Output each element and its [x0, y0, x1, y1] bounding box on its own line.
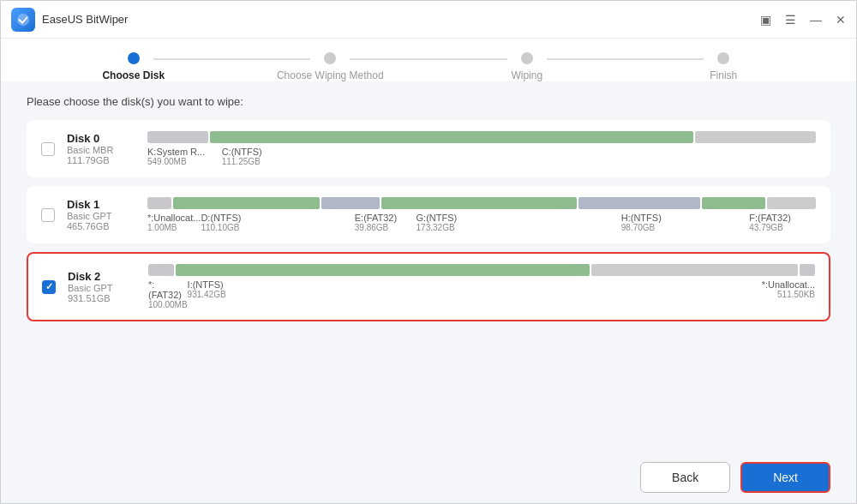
- disk-0-seg-2: [695, 131, 816, 143]
- disk-1-part-1-label: D:(NTFS): [201, 213, 354, 223]
- disk-0-seg-0: [147, 131, 208, 143]
- disk-1-part-0: *:Unallocat... 1.00MB: [147, 213, 201, 232]
- disk-1-size: 465.76GB: [67, 221, 135, 231]
- disk-1-labels: *:Unallocat... 1.00MB D:(NTFS) 110.10GB …: [147, 213, 816, 232]
- disk-0-bar: [147, 131, 816, 143]
- disk-2-type: Basic GPT: [68, 283, 136, 293]
- disk-1-seg-1: [173, 197, 320, 209]
- disk-item-0[interactable]: Disk 0 Basic MBR 111.79GB K:System R...: [27, 120, 830, 177]
- disk-2-bar: [148, 264, 815, 276]
- disk-0-labels: K:System R... 549.00MB C:(NTFS) 111.25GB: [147, 147, 816, 166]
- disk-1-part-5-label: F:(FAT32): [749, 213, 816, 223]
- disk-0-checkbox[interactable]: [41, 142, 55, 156]
- comment-icon[interactable]: ▣: [760, 14, 771, 26]
- window-controls: ▣ ☰ — ✕: [760, 14, 846, 26]
- disk-1-bar-area: *:Unallocat... 1.00MB D:(NTFS) 110.10GB …: [147, 197, 816, 232]
- titlebar: EaseUS BitWiper ▣ ☰ — ✕: [1, 1, 856, 39]
- disk-2-seg-0: [148, 264, 174, 276]
- disk-list: Disk 0 Basic MBR 111.79GB K:System R...: [27, 120, 830, 438]
- footer: Back Next: [1, 452, 856, 503]
- disk-1-part-3-size: 173.32GB: [417, 223, 621, 232]
- disk-1-part-4-label: H:(NTFS): [621, 213, 750, 223]
- step-label-1: Choose Disk: [102, 69, 165, 81]
- step-finish: Finish: [626, 52, 823, 81]
- app-title: EaseUS BitWiper: [42, 13, 760, 26]
- disk-1-seg-4: [578, 197, 700, 209]
- disk-0-seg-1: [210, 131, 693, 143]
- disk-1-type: Basic GPT: [67, 211, 135, 221]
- disk-2-part-1: I:(NTFS) 931.42GB: [188, 279, 571, 299]
- disk-2-seg-1: [176, 264, 590, 276]
- step-label-3: Wiping: [511, 69, 542, 81]
- step-dot-3: [521, 52, 533, 64]
- disk-1-seg-2: [321, 197, 380, 209]
- app-logo: [11, 8, 35, 32]
- disk-1-part-5-size: 43.79GB: [749, 223, 816, 232]
- disk-0-part-0: K:System R... 549.00MB: [147, 147, 222, 166]
- disk-item-1[interactable]: Disk 1 Basic GPT 465.76GB: [27, 186, 830, 243]
- disk-2-part-3: *:Unallocat... 511.50KB: [762, 279, 815, 299]
- disk-0-part-1-size: 111.25GB: [222, 157, 816, 166]
- steps-bar: Choose Disk Choose Wiping Method Wiping …: [1, 39, 856, 81]
- disk-2-size: 931.51GB: [68, 293, 136, 303]
- step-choose-disk: Choose Disk: [35, 52, 232, 81]
- disk-1-part-2: E:(FAT32) 39.86GB: [355, 213, 417, 232]
- step-dot-4: [717, 52, 729, 64]
- disk-2-part-3-size: 511.50KB: [777, 290, 815, 299]
- disk-2-part-1-size: 931.42GB: [188, 290, 571, 299]
- disk-1-part-1-size: 110.10GB: [201, 223, 354, 232]
- step-wiping-method: Choose Wiping Method: [232, 52, 429, 81]
- step-wiping: Wiping: [428, 52, 626, 81]
- disk-0-type: Basic MBR: [67, 145, 135, 155]
- minimize-icon[interactable]: —: [810, 14, 822, 26]
- disk-2-info: Disk 2 Basic GPT 931.51GB: [68, 270, 136, 303]
- disk-0-part-1: C:(NTFS) 111.25GB: [222, 147, 816, 166]
- back-button[interactable]: Back: [640, 462, 730, 493]
- disk-2-name: Disk 2: [68, 270, 136, 283]
- close-icon[interactable]: ✕: [836, 14, 846, 26]
- disk-0-name: Disk 0: [67, 132, 135, 145]
- disk-2-labels: *:(FAT32) 100.00MB I:(NTFS) 931.42GB *:U…: [148, 279, 815, 309]
- disk-2-part-0-label: *:(FAT32): [148, 279, 188, 300]
- disk-1-name: Disk 1: [67, 198, 135, 211]
- app-window: EaseUS BitWiper ▣ ☰ — ✕ Choose Disk Choo…: [0, 0, 857, 504]
- instruction-text: Please choose the disk(s) you want to wi…: [27, 95, 830, 108]
- disk-2-part-0: *:(FAT32) 100.00MB: [148, 279, 188, 309]
- disk-item-2[interactable]: Disk 2 Basic GPT 931.51GB: [27, 252, 830, 321]
- disk-2-seg-2: [591, 264, 798, 276]
- disk-2-checkbox[interactable]: [42, 280, 56, 294]
- disk-1-part-4: H:(NTFS) 98.70GB: [621, 213, 750, 232]
- disk-1-seg-6: [767, 197, 816, 209]
- disk-1-part-3: G:(NTFS) 173.32GB: [417, 213, 621, 232]
- disk-0-bar-area: K:System R... 549.00MB C:(NTFS) 111.25GB: [147, 131, 816, 166]
- disk-1-checkbox[interactable]: [41, 208, 55, 222]
- disk-2-part-3-label: *:Unallocat...: [762, 279, 815, 290]
- disk-1-part-0-size: 1.00MB: [147, 223, 201, 232]
- disk-2-bar-area: *:(FAT32) 100.00MB I:(NTFS) 931.42GB *:U…: [148, 264, 815, 309]
- disk-2-part-1-label: I:(NTFS): [188, 279, 571, 290]
- disk-1-part-2-size: 39.86GB: [355, 223, 417, 232]
- next-button[interactable]: Next: [740, 462, 830, 493]
- disk-0-info: Disk 0 Basic MBR 111.79GB: [67, 132, 135, 165]
- disk-1-seg-5: [702, 197, 765, 209]
- disk-1-info: Disk 1 Basic GPT 465.76GB: [67, 198, 135, 231]
- disk-0-part-1-label: C:(NTFS): [222, 147, 816, 157]
- step-label-4: Finish: [710, 69, 737, 81]
- disk-1-part-5: F:(FAT32) 43.79GB: [749, 213, 816, 232]
- disk-2-part-0-size: 100.00MB: [148, 300, 188, 309]
- disk-1-bar: [147, 197, 816, 209]
- disk-1-part-4-size: 98.70GB: [621, 223, 750, 232]
- step-label-2: Choose Wiping Method: [277, 69, 384, 81]
- disk-1-seg-3: [381, 197, 577, 209]
- disk-0-part-0-size: 549.00MB: [147, 157, 222, 166]
- menu-icon[interactable]: ☰: [785, 14, 796, 26]
- disk-1-seg-0: [147, 197, 171, 209]
- disk-0-size: 111.79GB: [67, 155, 135, 165]
- step-dot-2: [324, 52, 336, 64]
- disk-1-part-1: D:(NTFS) 110.10GB: [201, 213, 354, 232]
- step-dot-1: [128, 52, 140, 64]
- disk-1-part-3-label: G:(NTFS): [417, 213, 621, 223]
- disk-2-seg-3: [800, 264, 815, 276]
- disk-1-part-0-label: *:Unallocat...: [147, 213, 201, 223]
- disk-selection-area: Please choose the disk(s) you want to wi…: [1, 81, 856, 452]
